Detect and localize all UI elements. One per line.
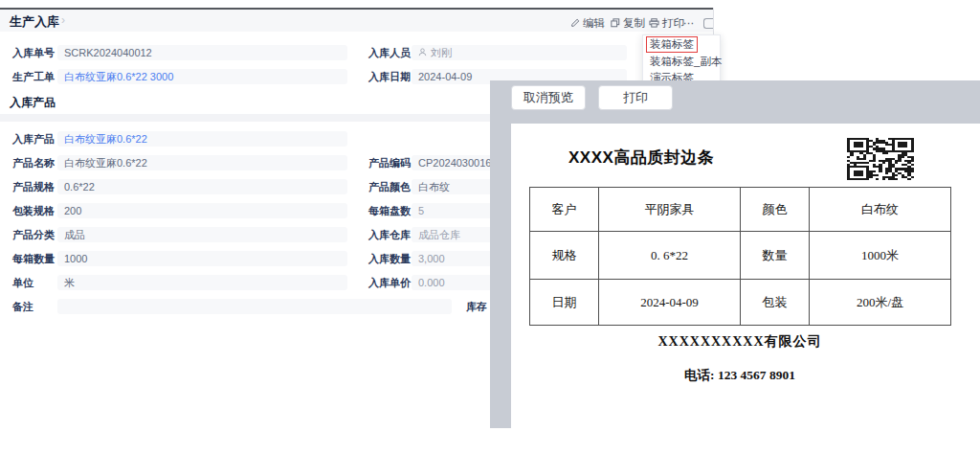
label-phone: 电话: 123 4567 8901 bbox=[511, 367, 969, 384]
cancel-preview-button[interactable]: 取消预览 bbox=[511, 85, 586, 110]
label-cell: 1000米 bbox=[810, 232, 951, 280]
field-label-reels-per-box: 每箱盘数 bbox=[368, 203, 411, 218]
printer-icon bbox=[649, 18, 659, 28]
label-cell: 规格 bbox=[530, 232, 599, 280]
section-title-product: 入库产品 bbox=[10, 95, 56, 111]
qr-code bbox=[847, 138, 914, 180]
label-title: XXXX高品质封边条 bbox=[568, 147, 714, 169]
next-record-icon[interactable]: › bbox=[61, 12, 65, 28]
product-link[interactable]: 白布纹亚麻0.6*22 bbox=[64, 131, 147, 147]
label-cell: 白布纹 bbox=[810, 188, 951, 232]
label-table: 客户 平阴家具 颜色 白布纹 规格 0. 6*22 数量 1000米 日期 20… bbox=[529, 187, 951, 326]
print-label: 打印 bbox=[662, 16, 684, 31]
work-order-link[interactable]: 白布纹亚麻0.6*22 3000 bbox=[64, 69, 173, 84]
edit-button[interactable]: 编辑 bbox=[570, 16, 605, 30]
product-spec-value: 0.6*22 bbox=[64, 179, 95, 194]
remark-input[interactable] bbox=[57, 299, 452, 314]
field-label-order-no: 入库单号 bbox=[12, 45, 55, 60]
clipped-toolbar-icon[interactable] bbox=[703, 18, 713, 29]
more-button[interactable]: ⋯ bbox=[683, 16, 696, 30]
copy-button[interactable]: 复制 bbox=[611, 16, 645, 30]
field-label-warehouse: 入库仓库 bbox=[368, 227, 411, 242]
print-preview-overlay: 取消预览 打印 XXXX高品质封边条 客户 平阴家具 颜色 白布纹 规格 0. … bbox=[490, 80, 980, 428]
product-spec-input[interactable]: 0.6*22 bbox=[57, 179, 347, 194]
copy-icon bbox=[611, 18, 620, 28]
field-label-unit: 单位 bbox=[12, 275, 33, 290]
person-icon bbox=[418, 45, 427, 60]
qty-per-box-input[interactable]: 1000 bbox=[57, 251, 347, 266]
field-label-product: 入库产品 bbox=[12, 131, 55, 147]
field-label-in-qty: 入库数量 bbox=[368, 251, 411, 266]
field-label-operator: 入库人员 bbox=[368, 45, 411, 60]
label-cell: 客户 bbox=[530, 188, 599, 232]
print-template-menu: 装箱标签 装箱标签_副本 演示标签 bbox=[642, 34, 721, 86]
field-label-remark: 备注 bbox=[12, 299, 33, 314]
reels-per-box-value: 5 bbox=[418, 203, 424, 218]
product-input[interactable]: 白布纹亚麻0.6*22 bbox=[57, 131, 347, 147]
field-label-stock: 库存 bbox=[466, 299, 487, 314]
order-no-input[interactable]: SCRK2024040012 bbox=[57, 45, 347, 60]
label-paper: XXXX高品质封边条 客户 平阴家具 颜色 白布纹 规格 0. 6*22 数量 … bbox=[511, 124, 980, 428]
field-label-qty-per-box: 每箱数量 bbox=[12, 251, 55, 266]
edit-label: 编辑 bbox=[583, 16, 605, 31]
label-cell: 日期 bbox=[530, 280, 599, 326]
label-cell: 颜色 bbox=[741, 188, 810, 232]
field-label-product-code: 产品编码 bbox=[368, 155, 411, 170]
product-name-input[interactable]: 白布纹亚麻0.6*22 bbox=[57, 155, 347, 170]
preview-print-button[interactable]: 打印 bbox=[598, 85, 673, 110]
order-no-value: SCRK2024040012 bbox=[64, 45, 152, 60]
unit-input[interactable]: 米 bbox=[57, 275, 347, 290]
label-cell: 平阴家具 bbox=[599, 188, 741, 232]
warehouse-value: 成品仓库 bbox=[418, 227, 460, 242]
product-code-value: CP2024030016 bbox=[418, 155, 491, 170]
work-order-input[interactable]: 白布纹亚麻0.6*22 3000 bbox=[57, 69, 347, 84]
field-label-product-spec: 产品规格 bbox=[12, 179, 55, 194]
category-value: 成品 bbox=[64, 227, 85, 242]
copy-label: 复制 bbox=[623, 16, 645, 31]
operator-value: 刘刚 bbox=[431, 45, 452, 60]
page-header bbox=[0, 10, 713, 32]
field-label-work-order: 生产工单 bbox=[12, 69, 55, 84]
pack-spec-input[interactable]: 200 bbox=[57, 203, 347, 218]
unit-value: 米 bbox=[64, 275, 75, 290]
product-name-value: 白布纹亚麻0.6*22 bbox=[64, 155, 147, 170]
unit-price-value: 0.000 bbox=[418, 275, 445, 290]
label-cell: 2024-04-09 bbox=[599, 280, 741, 326]
prev-record-icon[interactable]: ‹ bbox=[53, 12, 56, 28]
packing-label-highlight[interactable]: 装箱标签 bbox=[646, 36, 698, 53]
field-label-category: 产品分类 bbox=[12, 227, 55, 242]
in-qty-value: 3,000 bbox=[418, 251, 445, 266]
label-cell: 数量 bbox=[741, 232, 810, 280]
label-cell: 200米/盘 bbox=[810, 280, 951, 326]
label-cell: 0. 6*22 bbox=[599, 232, 741, 280]
menu-item-packing-label[interactable]: 装箱标签 bbox=[643, 35, 720, 54]
product-color-value: 白布纹 bbox=[418, 179, 450, 194]
print-button[interactable]: 打印 bbox=[649, 16, 684, 30]
field-label-product-color: 产品颜色 bbox=[368, 179, 411, 194]
menu-item-packing-label-copy[interactable]: 装箱标签_副本 bbox=[643, 54, 720, 70]
label-cell: 包装 bbox=[741, 280, 810, 326]
field-label-in-date: 入库日期 bbox=[368, 69, 411, 84]
field-label-pack-spec: 包装规格 bbox=[12, 203, 55, 218]
in-date-value: 2024-04-09 bbox=[418, 69, 472, 84]
qty-per-box-value: 1000 bbox=[64, 251, 87, 266]
pack-spec-value: 200 bbox=[64, 203, 81, 218]
field-label-unit-price: 入库单价 bbox=[368, 275, 411, 290]
category-input[interactable]: 成品 bbox=[57, 227, 347, 242]
pencil-icon bbox=[570, 18, 580, 28]
field-label-product-name: 产品名称 bbox=[12, 155, 55, 170]
operator-input[interactable]: 刘刚 bbox=[412, 45, 627, 60]
label-company: XXXXXXXXXX有限公司 bbox=[511, 333, 969, 351]
screen: 生产入库 ‹ › 编辑 复制 打印 ⋯ 入库单号 SCRK2024040012 … bbox=[0, 0, 980, 454]
